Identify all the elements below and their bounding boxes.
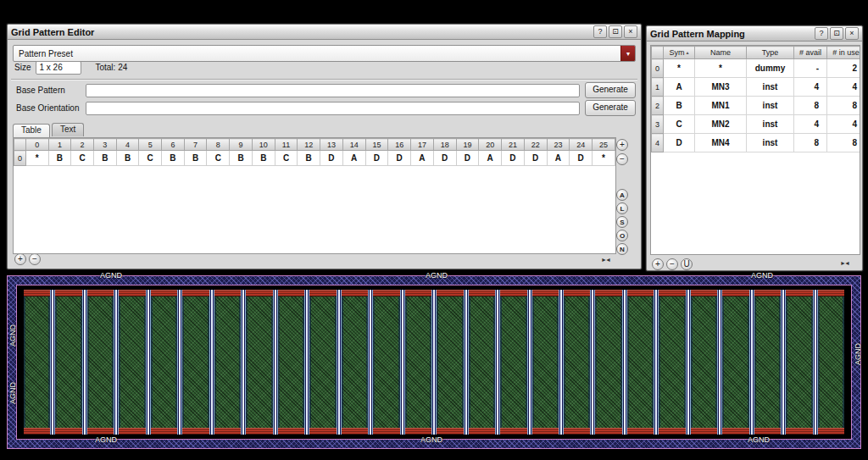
detach-icon[interactable]: ⊡ — [830, 27, 843, 40]
add-column-button[interactable]: + — [616, 139, 628, 151]
grid-cell[interactable]: C — [71, 151, 94, 166]
map-cell[interactable]: inst — [747, 97, 794, 115]
tab-table[interactable]: Table — [13, 124, 50, 137]
grid-column-header[interactable]: 11 — [275, 139, 298, 151]
transistor-finger[interactable] — [722, 290, 748, 435]
map-cell[interactable]: MN3 — [695, 78, 747, 97]
side-button-l[interactable]: L — [616, 202, 628, 214]
grid-column-header[interactable]: 7 — [184, 139, 207, 151]
map-cell[interactable]: A — [664, 78, 695, 97]
grid-cell[interactable]: D — [365, 151, 388, 166]
grid-cell[interactable]: D — [502, 151, 525, 166]
map-column-header[interactable]: # avail — [794, 47, 827, 59]
transistor-finger[interactable] — [469, 290, 495, 435]
layout-canvas[interactable]: AGND AGND AGND AGND AGND AGND AGND AGND … — [7, 275, 861, 449]
map-cell[interactable]: inst — [747, 78, 794, 97]
map-cell[interactable]: 8 — [794, 97, 827, 115]
map-cell[interactable]: 4 — [827, 78, 861, 97]
grid-column-header[interactable]: 0 — [25, 139, 48, 151]
grid-column-header[interactable]: 18 — [433, 139, 456, 151]
transistor-finger[interactable] — [151, 290, 177, 435]
map-row-header[interactable]: 1 — [652, 78, 664, 97]
grid-cell[interactable]: B — [230, 151, 253, 166]
map-cell[interactable]: - — [794, 59, 827, 78]
map-cell[interactable]: B — [664, 97, 695, 115]
grid-cell[interactable]: B — [184, 151, 207, 166]
grid-column-header[interactable]: 25 — [593, 139, 615, 151]
transistor-finger[interactable] — [373, 290, 399, 435]
fit-icon[interactable]: ►◄ — [840, 260, 849, 266]
transistor-finger[interactable] — [55, 290, 81, 435]
grid-cell[interactable]: A — [547, 151, 570, 166]
close-icon[interactable]: × — [624, 25, 637, 38]
map-cell[interactable]: 8 — [827, 134, 861, 152]
map-tool-button-2[interactable]: U — [681, 258, 693, 270]
map-column-header[interactable]: # in use — [827, 47, 861, 59]
grid-cell[interactable]: B — [298, 151, 320, 166]
map-column-header[interactable]: Sym▴ — [664, 47, 695, 59]
grid-cell[interactable]: A — [479, 151, 502, 166]
map-cell[interactable]: C — [664, 115, 695, 134]
grid-cell[interactable]: B — [48, 151, 71, 166]
grid-column-header[interactable]: 5 — [139, 139, 162, 151]
transistor-finger[interactable] — [214, 290, 241, 435]
transistor-finger[interactable] — [119, 290, 145, 435]
add-row-button[interactable]: + — [14, 253, 26, 265]
transistor-finger[interactable] — [532, 290, 559, 435]
grid-column-header[interactable]: 2 — [71, 139, 94, 151]
transistor-finger[interactable] — [24, 290, 50, 435]
transistor-finger[interactable] — [754, 290, 781, 435]
map-column-header[interactable]: Type — [747, 47, 794, 59]
map-row-header[interactable]: 4 — [652, 134, 664, 152]
map-cell[interactable]: 8 — [794, 134, 827, 152]
transistor-finger[interactable] — [182, 290, 209, 435]
grid-cell[interactable]: D — [388, 151, 411, 166]
side-button-s[interactable]: S — [616, 216, 628, 228]
transistor-finger[interactable] — [405, 290, 431, 435]
map-cell[interactable]: 4 — [794, 78, 827, 97]
base-orientation-input[interactable] — [86, 102, 580, 115]
map-row-header[interactable]: 3 — [652, 115, 664, 134]
side-button-a[interactable]: A — [616, 189, 628, 201]
map-cell[interactable]: 8 — [827, 97, 861, 115]
grid-cell[interactable]: C — [139, 151, 162, 166]
grid-cell[interactable]: D — [456, 151, 479, 166]
transistor-finger[interactable] — [627, 290, 654, 435]
remove-row-button[interactable]: − — [29, 253, 41, 265]
tab-text[interactable]: Text — [52, 123, 84, 136]
grid-column-header[interactable]: 17 — [411, 139, 434, 151]
grid-column-header[interactable]: 3 — [93, 139, 116, 151]
grid-cell[interactable]: D — [320, 151, 343, 166]
grid-column-header[interactable]: 22 — [524, 139, 547, 151]
map-cell[interactable]: 4 — [827, 115, 861, 134]
transistor-finger[interactable] — [246, 290, 272, 435]
mapping-titlebar[interactable]: Grid Pattern Mapping ? ⊡ × — [647, 26, 862, 42]
fit-icon[interactable]: ►◄ — [601, 257, 609, 263]
grid-column-header[interactable]: 23 — [547, 139, 570, 151]
grid-column-header[interactable]: 8 — [207, 139, 230, 151]
grid-column-header[interactable]: 13 — [320, 139, 343, 151]
map-cell[interactable]: 2 — [827, 59, 861, 78]
grid-row-header[interactable]: 0 — [14, 151, 26, 166]
pattern-preset-combo[interactable]: Pattern Preset ▾ — [13, 45, 636, 62]
map-column-header[interactable]: Name — [695, 47, 747, 59]
grid-column-header[interactable]: 21 — [502, 139, 525, 151]
grid-cell[interactable]: C — [207, 151, 230, 166]
detach-icon[interactable]: ⊡ — [609, 25, 622, 38]
map-cell[interactable]: * — [664, 59, 695, 78]
grid-cell[interactable]: D — [570, 151, 593, 166]
map-cell[interactable]: MN4 — [695, 134, 747, 152]
grid-column-header[interactable]: 20 — [479, 139, 502, 151]
map-cell[interactable]: inst — [747, 115, 794, 134]
transistor-finger[interactable] — [595, 290, 621, 435]
map-cell[interactable]: D — [664, 134, 695, 152]
transistor-finger[interactable] — [278, 290, 304, 435]
map-cell[interactable]: MN1 — [695, 97, 747, 115]
chevron-down-icon[interactable]: ▾ — [620, 46, 635, 61]
grid-column-header[interactable]: 6 — [162, 139, 185, 151]
generate-pattern-button[interactable]: Generate — [585, 82, 636, 98]
map-cell[interactable]: inst — [747, 134, 794, 152]
grid-cell[interactable]: D — [433, 151, 456, 166]
base-pattern-input[interactable] — [86, 84, 580, 97]
transistor-finger[interactable] — [691, 290, 717, 435]
